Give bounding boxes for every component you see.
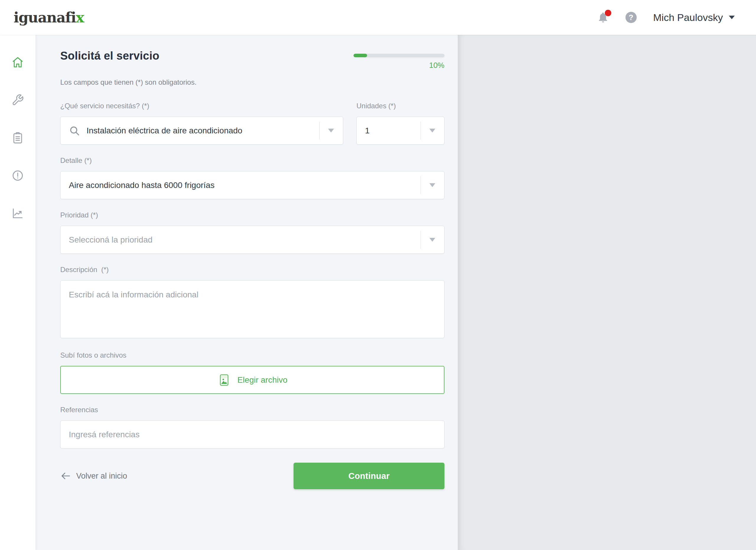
chevron-down-icon xyxy=(328,129,334,133)
notifications-button[interactable] xyxy=(597,12,609,23)
service-select-arrow[interactable] xyxy=(319,117,343,144)
sidebar-item-stats[interactable] xyxy=(12,207,24,220)
top-header: iguanafix ? Mich Paulovsky xyxy=(0,0,756,35)
user-menu[interactable]: Mich Paulovsky xyxy=(653,12,735,23)
progress-fill xyxy=(353,54,367,57)
units-label: Unidades (*) xyxy=(356,102,444,110)
service-request-form: Solicitá el servicio 10% Los campos que … xyxy=(35,35,458,550)
wrench-icon xyxy=(12,102,24,107)
progress-track xyxy=(353,54,444,57)
description-textarea[interactable] xyxy=(60,280,444,338)
home-icon xyxy=(12,64,24,69)
page-title: Solicitá el servicio xyxy=(60,50,159,62)
progress-percent-label: 10% xyxy=(353,61,444,70)
chevron-down-icon xyxy=(429,129,435,133)
units-select-arrow[interactable] xyxy=(421,117,444,144)
detail-select[interactable]: Aire acondicionado hasta 6000 frigorías xyxy=(60,171,444,199)
references-label: Referencias xyxy=(60,406,444,414)
continue-button[interactable]: Continuar xyxy=(294,463,444,489)
units-select[interactable]: 1 xyxy=(356,117,444,145)
iguanafix-logo[interactable]: iguanafix xyxy=(14,9,84,26)
search-icon xyxy=(69,125,80,136)
content-area: Solicitá el servicio 10% Los campos que … xyxy=(35,35,756,550)
sidebar-item-orders[interactable] xyxy=(12,132,24,144)
priority-select[interactable]: Seleccioná la prioridad xyxy=(60,226,444,254)
priority-label: Prioridad (*) xyxy=(60,211,444,219)
sidebar-item-home[interactable] xyxy=(12,56,24,68)
detail-label: Detalle (*) xyxy=(60,156,444,165)
detail-value: Aire acondicionado hasta 6000 frigorías xyxy=(69,181,214,190)
upload-label: Subí fotos o archivos xyxy=(60,351,444,359)
progress-indicator: 10% xyxy=(353,50,444,70)
caret-down-icon xyxy=(729,16,735,19)
choose-file-label: Elegir archivo xyxy=(237,375,288,385)
sidebar-item-alerts[interactable] xyxy=(12,169,24,182)
right-background-panel xyxy=(458,35,756,550)
notification-dot xyxy=(605,10,611,16)
service-label: ¿Qué servicio necesitás? (*) xyxy=(60,102,343,110)
help-button[interactable]: ? xyxy=(625,12,637,23)
arrow-left-icon xyxy=(60,471,71,481)
user-name: Mich Paulovsky xyxy=(653,12,723,23)
priority-placeholder: Seleccioná la prioridad xyxy=(69,235,152,245)
references-input[interactable] xyxy=(60,420,444,448)
back-link-label: Volver al inicio xyxy=(76,471,127,481)
required-fields-note: Los campos que tienen (*) son obligatori… xyxy=(60,78,444,87)
logo-text-accent: x xyxy=(76,9,84,26)
sidebar-item-services[interactable] xyxy=(12,94,24,106)
alert-circle-icon xyxy=(12,178,24,183)
chart-icon xyxy=(12,216,24,221)
detail-select-arrow[interactable] xyxy=(421,172,444,199)
units-value: 1 xyxy=(365,126,370,136)
image-icon xyxy=(217,373,231,387)
back-to-home-link[interactable]: Volver al inicio xyxy=(60,471,127,481)
chevron-down-icon xyxy=(429,238,435,242)
clipboard-icon xyxy=(12,140,24,145)
sidebar-nav xyxy=(0,35,35,550)
chevron-down-icon xyxy=(429,183,435,187)
description-label: Descripción (*) xyxy=(60,266,444,274)
service-value: Instalación eléctrica de aire acondicion… xyxy=(87,126,242,136)
logo-text-dark: iguanafi xyxy=(14,9,76,26)
choose-file-button[interactable]: Elegir archivo xyxy=(60,366,444,394)
question-mark-icon: ? xyxy=(629,13,633,22)
service-select[interactable]: Instalación eléctrica de aire acondicion… xyxy=(60,117,343,145)
priority-select-arrow[interactable] xyxy=(421,226,444,254)
